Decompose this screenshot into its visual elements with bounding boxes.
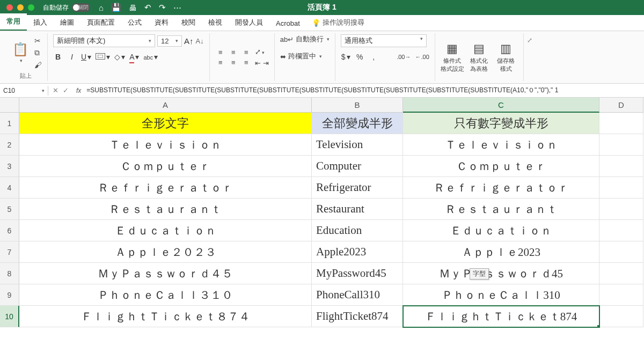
align-middle-icon[interactable]: ≡ [228,48,239,56]
cell[interactable]: ＦｌｉｇｈｔＴｉｃｋｅｔ８７４ [19,306,312,327]
cell[interactable] [599,241,643,263]
decrease-font-icon[interactable]: A↓ [196,37,204,45]
cell[interactable]: MyPassword45 [312,263,403,284]
cell[interactable]: Computer [312,156,403,177]
align-right-icon[interactable]: ≡ [241,58,252,67]
italic-button[interactable]: I [67,53,77,61]
enter-icon[interactable]: ✓ [63,86,69,94]
cell[interactable]: Ｒｅｓｔａｕｒａｎｔ [403,199,599,220]
cell[interactable]: 全部變成半形 [312,113,403,134]
cell[interactable]: ＦｌｉｇｈｔＴｉｃｋｅｔ874 [403,306,599,327]
tell-me-search[interactable]: 💡 操作說明搜尋 [306,14,370,31]
tab-draw[interactable]: 繪圖 [54,14,80,31]
column-header[interactable]: C [403,98,599,113]
align-center-icon[interactable]: ≡ [228,58,239,67]
cell[interactable]: Ｒｅｓｔａｕｒａｎｔ [19,199,312,220]
row-header[interactable]: 1 [0,113,19,134]
tab-developer[interactable]: 開發人員 [229,14,269,31]
cell-styles-button[interactable]: ▥ 儲存格 樣式 [494,42,518,73]
cell[interactable] [599,263,643,284]
tab-review[interactable]: 校閱 [175,14,202,31]
row-header[interactable]: 7 [0,241,19,263]
undo-icon[interactable]: ↶ [144,3,151,12]
save-icon[interactable]: 💾 [111,3,121,12]
cell[interactable]: Education [312,220,403,241]
cell[interactable]: Ｃｏｍｐｕｔｅｒ [403,156,599,177]
align-bottom-icon[interactable]: ≡ [241,48,252,56]
paste-button[interactable]: 📋 ▾ [10,42,31,63]
row-header[interactable]: 3 [0,156,19,177]
orientation-icon[interactable]: ⤢▾ [255,48,269,56]
cell[interactable] [599,284,643,306]
cell[interactable]: Television [312,134,403,156]
formula-input[interactable]: =SUBSTITUTE(SUBSTITUTE(SUBSTITUTE(SUBSTI… [84,85,644,96]
cell[interactable] [599,156,643,177]
font-name-select[interactable]: 新細明體 (本文)▾ [53,34,155,47]
cell[interactable]: Ｔｅｌｅｖｉｓｉｏｎ [19,134,312,156]
column-header[interactable]: D [599,98,643,113]
phonetic-button[interactable]: abc▾ [143,53,158,61]
cell[interactable]: Restaurant [312,199,403,220]
cell[interactable] [599,113,643,134]
cell[interactable] [599,177,643,199]
cell[interactable]: Refrigerator [312,177,403,199]
row-header[interactable]: 6 [0,220,19,241]
row-header[interactable]: 9 [0,284,19,306]
increase-decimal-button[interactable]: .00→ [397,54,411,60]
redo-icon[interactable]: ↷ [159,3,166,12]
row-header[interactable]: 4 [0,177,19,199]
tab-data[interactable]: 資料 [148,14,175,31]
print-icon[interactable]: 🖶 [129,3,137,12]
comma-button[interactable]: , [369,53,378,61]
more-icon[interactable]: ⋯ [173,3,181,12]
format-painter-icon[interactable]: 🖌 [34,61,42,69]
wrap-text-button[interactable]: ab↵自動換行▾ [280,34,330,44]
cell[interactable] [599,220,643,241]
bold-button[interactable]: B [53,53,63,61]
fx-icon[interactable]: fx [73,87,84,94]
row-header[interactable]: 5 [0,199,19,220]
select-all-corner[interactable] [0,98,19,113]
tab-page-layout[interactable]: 頁面配置 [80,14,121,31]
cell[interactable]: PhoneCall310 [312,284,403,306]
percent-button[interactable]: % [355,53,364,61]
cell[interactable]: Ｃｏｍｐｕｔｅｒ [19,156,312,177]
font-size-select[interactable]: 12▾ [157,35,182,47]
merge-center-button[interactable]: ⬌跨欄置中▾ [280,52,330,61]
cell[interactable] [599,306,643,327]
cell[interactable]: Ａｐｐｌｅ２０２３ [19,241,312,263]
cell[interactable]: ＰｈｏｎｅＣａｌｌ310 [403,284,599,306]
fill-color-button[interactable]: ◇▾ [114,53,125,61]
column-header[interactable]: B [312,98,403,113]
currency-button[interactable]: $▾ [341,53,350,61]
cell[interactable]: Ｅｄｕｃａｔｉｏｎ [403,220,599,241]
column-header[interactable]: A [19,98,312,113]
tab-view[interactable]: 檢視 [202,14,229,31]
cell[interactable]: Apple2023 [312,241,403,263]
cell[interactable]: Ｅｄｕｃａｔｉｏｎ [19,220,312,241]
align-top-icon[interactable]: ≡ [215,48,226,56]
cell[interactable]: Ａｐｐｌｅ2023 [403,241,599,263]
border-button[interactable]: ▾ [96,53,110,61]
cancel-icon[interactable]: ✕ [53,86,58,94]
copy-icon[interactable]: ⧉ [34,48,42,57]
ribbon-expand-icon[interactable]: ⤢ [527,36,532,44]
row-header[interactable]: 10 [0,306,19,327]
cut-icon[interactable]: ✂︎ [34,36,42,45]
decrease-indent-icon[interactable]: ⇤ [255,59,261,67]
cell[interactable]: Ｒｅｆｒｉｇｅｒａｔｏｒ [403,177,599,199]
font-color-button[interactable]: A▾ [129,53,139,61]
increase-indent-icon[interactable]: ⇥ [263,59,269,67]
cell[interactable]: Ｒｅｆｒｉｇｅｒａｔｏｒ [19,177,312,199]
row-header[interactable]: 8 [0,263,19,284]
tab-acrobat[interactable]: Acrobat [269,16,306,31]
underline-button[interactable]: U▾ [81,53,91,61]
cell[interactable]: Ｔｅｌｅｖｉｓｉｏｎ [403,134,599,156]
number-format-select[interactable]: 通用格式▾ [341,34,427,47]
tab-insert[interactable]: 插入 [27,14,54,31]
zoom-window[interactable] [28,4,34,11]
home-icon[interactable]: ⌂ [99,3,104,12]
cell[interactable] [599,134,643,156]
cell[interactable]: ＭｙＰａｓｓｗｏｒｄ45字型 [403,263,599,284]
cell[interactable]: 只有數字變成半形 [403,113,599,134]
